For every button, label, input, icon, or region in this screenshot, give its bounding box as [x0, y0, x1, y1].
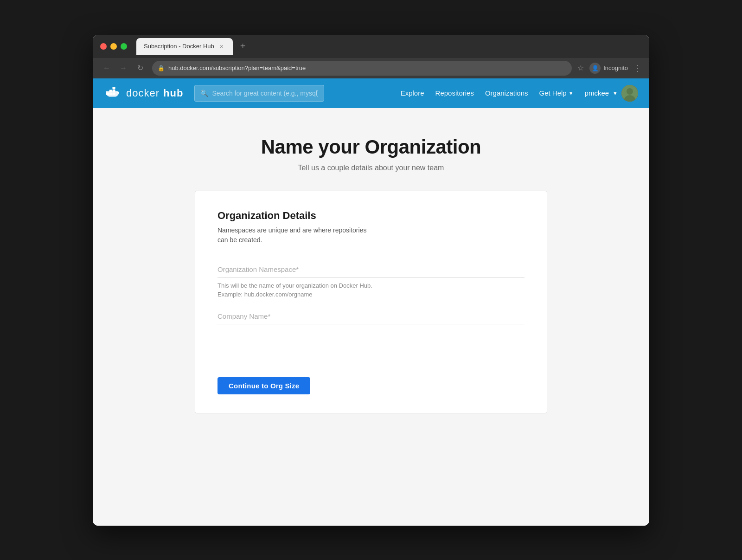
tab-bar: Subscription - Docker Hub × + [136, 38, 642, 55]
nav-links: Explore Repositories Organizations Get H… [401, 85, 638, 102]
get-help-label: Get Help [539, 89, 566, 97]
docker-logo[interactable]: docker hub [104, 86, 183, 100]
refresh-button[interactable]: ↻ [134, 62, 147, 75]
get-help-chevron-icon: ▼ [569, 90, 574, 96]
nav-buttons: ← → ↻ [100, 62, 147, 75]
username-label: pmckee [585, 89, 609, 97]
svg-point-8 [627, 88, 633, 95]
nav-get-help[interactable]: Get Help ▼ [539, 89, 573, 97]
search-bar[interactable]: 🔍 [194, 85, 324, 102]
page-heading: Name your Organization Tell us a couple … [261, 136, 481, 172]
nav-explore[interactable]: Explore [401, 89, 424, 97]
tab-close-button[interactable]: × [218, 43, 225, 50]
url-bar[interactable]: 🔒 hub.docker.com/subscription?plan=team&… [152, 61, 572, 76]
namespace-hint-line1: This will be the name of your organizati… [217, 282, 372, 289]
nav-organizations[interactable]: Organizations [485, 89, 528, 97]
url-text: hub.docker.com/subscription?plan=team&pa… [168, 64, 306, 71]
address-bar: ← → ↻ 🔒 hub.docker.com/subscription?plan… [93, 58, 649, 78]
card-description-line2: can be created. [217, 236, 262, 244]
avatar [621, 85, 638, 102]
search-icon: 🔍 [200, 90, 208, 97]
docker-logo-icon [104, 86, 122, 100]
new-tab-button[interactable]: + [237, 39, 249, 53]
logo-hub-text: hub [163, 87, 183, 99]
forward-button[interactable]: → [117, 62, 130, 75]
company-name-input[interactable] [217, 309, 525, 324]
org-details-card: Organization Details Namespaces are uniq… [195, 191, 547, 413]
lock-icon: 🔒 [158, 65, 165, 71]
card-description: Namespaces are unique and are where repo… [217, 225, 525, 245]
minimize-button[interactable] [110, 43, 117, 50]
user-section[interactable]: pmckee ▼ [585, 85, 638, 102]
incognito-label: Incognito [603, 64, 628, 71]
page-subtitle: Tell us a couple details about your new … [261, 164, 481, 172]
namespace-form-group: This will be the name of your organizati… [217, 262, 525, 299]
bookmark-icon[interactable]: ☆ [577, 64, 584, 72]
back-button[interactable]: ← [100, 62, 113, 75]
card-section-title: Organization Details [217, 210, 525, 222]
traffic-lights [100, 43, 127, 50]
avatar-image [621, 85, 638, 102]
search-input[interactable] [212, 90, 318, 97]
card-footer: Continue to Org Size [217, 359, 525, 394]
user-chevron-icon: ▼ [613, 90, 618, 96]
maximize-button[interactable] [121, 43, 127, 50]
docker-navbar: docker hub 🔍 Explore Repositories Organi… [93, 78, 649, 108]
browser-window: Subscription - Docker Hub × + ← → ↻ 🔒 hu… [93, 35, 649, 526]
card-description-line1: Namespaces are unique and are where repo… [217, 226, 366, 234]
main-content: Name your Organization Tell us a couple … [93, 108, 649, 526]
title-bar: Subscription - Docker Hub × + [93, 35, 649, 58]
nav-repositories[interactable]: Repositories [435, 89, 474, 97]
continue-button[interactable]: Continue to Org Size [217, 377, 310, 394]
namespace-input[interactable] [217, 262, 525, 277]
namespace-hint-line2: Example: hub.docker.com/orgname [217, 291, 313, 298]
company-form-group [217, 309, 525, 324]
svg-point-6 [117, 91, 119, 93]
active-tab[interactable]: Subscription - Docker Hub × [136, 38, 233, 55]
tab-title: Subscription - Docker Hub [144, 43, 214, 50]
namespace-hint: This will be the name of your organizati… [217, 281, 525, 299]
incognito-button[interactable]: 👤 Incognito [589, 63, 628, 74]
page-title: Name your Organization [261, 136, 481, 158]
browser-actions: ☆ 👤 Incognito ⋮ [577, 63, 642, 74]
logo-docker-text: docker [126, 87, 160, 99]
close-button[interactable] [100, 43, 107, 50]
browser-menu-button[interactable]: ⋮ [633, 63, 642, 73]
svg-rect-5 [113, 87, 115, 89]
